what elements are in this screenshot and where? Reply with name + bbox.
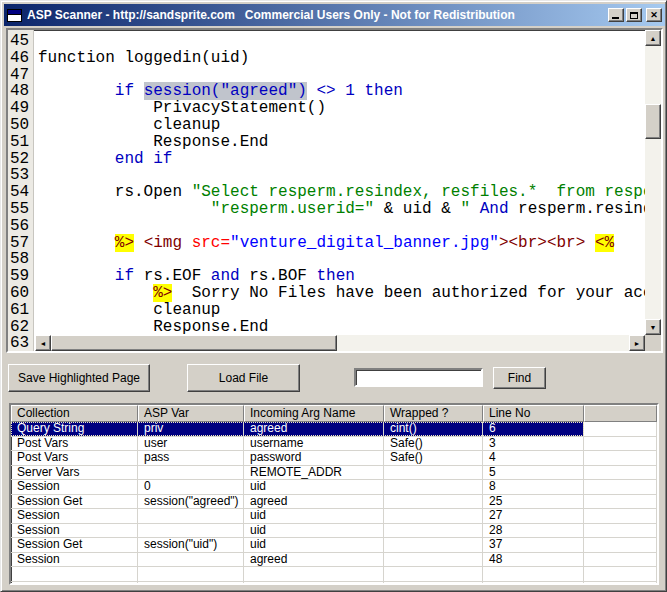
table-cell: 25 — [483, 495, 584, 509]
minimize-button[interactable] — [608, 8, 624, 22]
up-arrow-icon: ▲ — [650, 35, 657, 42]
column-header[interactable]: ASP Var — [138, 405, 244, 422]
table-cell — [584, 567, 657, 581]
scroll-up-button[interactable]: ▲ — [645, 30, 661, 46]
table-cell: REMOTE_ADDR — [244, 466, 384, 480]
table-cell — [483, 567, 584, 581]
column-header[interactable]: Wrapped ? — [384, 405, 483, 422]
table-row[interactable]: Sessionagreed48 — [11, 553, 657, 568]
table-cell — [244, 567, 384, 581]
code-segment: ><br><br> — [499, 234, 595, 252]
code-segment — [38, 284, 153, 302]
table-cell — [584, 495, 657, 509]
code-segment — [38, 234, 115, 252]
table-row[interactable]: Session Getsession("agreed")agreed25 — [11, 495, 657, 510]
table-cell: Query String — [11, 422, 138, 436]
table-cell: 27 — [483, 509, 584, 523]
code-editor[interactable]: 45464748495051525354555657585960616263 f… — [6, 28, 663, 353]
scroll-right-button[interactable]: ► — [629, 335, 645, 351]
code-segment: Response.End — [38, 133, 268, 151]
table-cell: Session — [11, 524, 138, 538]
table-row[interactable]: Sessionuid28 — [11, 524, 657, 539]
table-row[interactable]: Session0uid8 — [11, 480, 657, 495]
close-button[interactable]: ✕ — [646, 8, 662, 22]
scroll-down-button[interactable]: ▼ — [645, 319, 661, 335]
table-cell — [584, 451, 657, 465]
table-cell — [384, 524, 483, 538]
vertical-scrollbar[interactable]: ▲ ▼ — [645, 30, 661, 335]
code-segment: then — [316, 267, 354, 285]
column-header[interactable]: Line No — [483, 405, 584, 422]
code-segment — [134, 234, 144, 252]
horizontal-scroll-thumb[interactable] — [51, 335, 337, 351]
code-line: end if — [38, 151, 645, 168]
table-cell — [584, 437, 657, 451]
close-icon: ✕ — [650, 11, 658, 20]
code-line: %> Sorry No Files have been authorized f… — [38, 285, 645, 302]
code-line: cleanup — [38, 117, 645, 134]
find-button[interactable]: Find — [493, 367, 546, 389]
line-number: 57 — [8, 235, 33, 252]
table-row[interactable]: Session Getsession("uid")uid37 — [11, 538, 657, 553]
table-row[interactable]: Post VarspasspasswordSafe()4 — [11, 451, 657, 466]
line-number: 56 — [8, 218, 33, 235]
column-header[interactable]: Collection — [11, 405, 138, 422]
code-segment — [38, 200, 211, 218]
table-row[interactable] — [11, 567, 657, 582]
table-cell: Session — [11, 553, 138, 567]
table-cell: Session Get — [11, 538, 138, 552]
table-cell: username — [244, 437, 384, 451]
table-cell: 0 — [138, 480, 244, 494]
code-segment — [38, 267, 115, 285]
code-segment: Sorry No Files have been authorized for … — [172, 284, 645, 302]
table-cell: 37 — [483, 538, 584, 552]
scroll-left-button[interactable]: ◄ — [35, 335, 51, 351]
table-row[interactable]: Query Stringprivagreedcint()6 — [11, 422, 657, 437]
column-header[interactable]: Incoming Arg Name — [244, 405, 384, 422]
table-header-row: CollectionASP VarIncoming Arg NameWrappe… — [11, 405, 657, 422]
line-number: 50 — [8, 117, 33, 134]
code-segment: "Select resperm.resindex, resfiles.* fro… — [192, 183, 645, 201]
table-cell — [384, 466, 483, 480]
table-row[interactable]: Post VarsuserusernameSafe()3 — [11, 437, 657, 452]
line-number: 52 — [8, 151, 33, 168]
code-text-area[interactable]: function loggedin(uid) if session("agree… — [35, 30, 645, 335]
code-segment: end if — [115, 150, 173, 168]
table-row[interactable] — [11, 582, 657, 585]
scrollbar-corner — [645, 335, 661, 351]
left-arrow-icon: ◄ — [40, 340, 47, 347]
table-row[interactable]: Server VarsREMOTE_ADDR5 — [11, 466, 657, 481]
column-header[interactable] — [584, 405, 657, 422]
line-number: 60 — [8, 285, 33, 302]
save-highlighted-page-button[interactable]: Save Highlighted Page — [8, 364, 150, 392]
vertical-scroll-thumb[interactable] — [645, 104, 661, 139]
table-cell: uid — [244, 509, 384, 523]
line-number: 63 — [8, 335, 33, 351]
maximize-button[interactable] — [626, 8, 642, 22]
code-line — [38, 167, 645, 184]
code-line: if rs.EOF and rs.BOF then — [38, 268, 645, 285]
results-table[interactable]: CollectionASP VarIncoming Arg NameWrappe… — [9, 403, 659, 585]
line-number: 48 — [8, 83, 33, 100]
table-cell: Post Vars — [11, 451, 138, 465]
code-segment: rs.BOF — [249, 267, 316, 285]
table-cell — [584, 466, 657, 480]
table-cell: password — [244, 451, 384, 465]
table-cell — [138, 582, 244, 585]
table-cell: uid — [244, 524, 384, 538]
code-segment: "venture_digital_banner.jpg" — [230, 234, 499, 252]
line-number: 55 — [8, 201, 33, 218]
line-number: 61 — [8, 302, 33, 319]
maximize-icon — [630, 12, 638, 19]
table-cell: Session — [11, 509, 138, 523]
horizontal-scrollbar[interactable]: ◄ ► — [35, 335, 645, 351]
code-segment: src= — [192, 234, 230, 252]
app-form-icon — [7, 9, 22, 22]
table-cell: agreed — [244, 495, 384, 509]
code-segment: cleanup — [38, 116, 220, 134]
window-title: ASP Scanner - http://sandsprite.com Comm… — [27, 8, 606, 22]
load-file-button[interactable]: Load File — [187, 364, 300, 392]
search-input[interactable] — [354, 368, 483, 387]
table-body: Query Stringprivagreedcint()6Post Varsus… — [11, 422, 657, 585]
table-row[interactable]: Sessionuid27 — [11, 509, 657, 524]
